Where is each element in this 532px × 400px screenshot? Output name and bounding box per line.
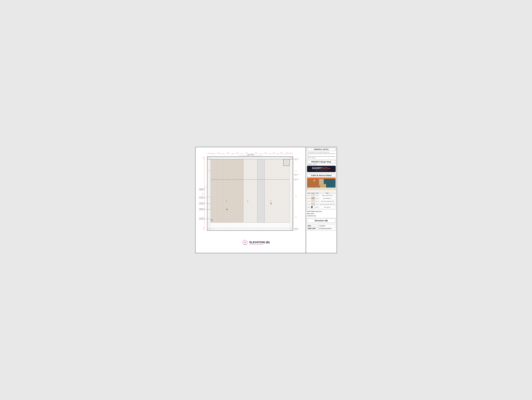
svg-rect-21 [257,159,264,222]
svg-text:.20: .20 [211,229,212,229]
material-row-jp01: JP-01 JP-01 Jotun Paint (1) Early Rain 0… [307,200,336,203]
code2-ct02: CT-02 [315,194,319,197]
code2-wp01: WP-01 [315,197,319,200]
space-area: AREA: 38 M2 [307,213,336,215]
svg-text:FFL: FFL [295,229,297,231]
svg-text:.01: .01 [213,229,214,229]
elevation-svg: LED LIGHT [198,150,303,251]
svg-text:P-GR-EB: P-GR-EB [243,244,247,245]
col-picture: Picture [311,192,315,194]
name-jp01: Jotun Paint (1) Early Rain 0486 [319,200,336,203]
col-code1: Code [307,192,311,194]
swatch-terrazzo [311,194,315,197]
code-jp02: JP-02 [307,203,311,206]
svg-text:.30: .30 [209,170,210,171]
svg-rect-20 [243,159,257,222]
right-panel: GENERAL NOTES 1. All dimensions are in m… [306,147,337,253]
svg-text:.20: .20 [209,229,210,229]
space-info-section: SPACE NAME: Burger Shop AREA: 38 M2 LOCA… [306,210,337,218]
client-label: CLIENT: Mr. Mansour El-Matery [307,174,336,177]
sheet-code-label: SHEET CODE [307,227,318,230]
date-code-table: DATE 17/01/2023 SHEET CODE GF-Burger Sho… [307,225,336,230]
name-ct02: Terrazzo Ceramic Tiles (2) [319,194,336,197]
svg-rect-16 [207,157,210,230]
svg-text:1.00: 1.00 [295,227,297,229]
client-section: CLIENT: Mr. Mansour El-Matery [306,173,337,191]
svg-text:.90: .90 [265,152,266,153]
note-1: 1. All dimensions are in meter unless ot… [307,152,336,153]
swatch-paint-peach [311,203,315,205]
svg-text:.90: .90 [218,152,219,153]
svg-text:1.70: 1.70 [295,170,297,172]
date-label: DATE [307,225,318,227]
note-3: 3. This drawing to read in conjunction w… [307,156,336,159]
svg-text:▸ EL 4.90: ▸ EL 4.90 [294,159,298,159]
svg-rect-22 [264,159,290,222]
code-ws01: WS-01 [307,206,311,209]
code2-ws01: WS-01 [315,206,319,209]
svg-rect-19 [210,159,243,222]
date-row: DATE 17/01/2023 [307,225,336,227]
svg-text:.90: .90 [227,152,228,153]
name-jp02: Jotun Paint (2) Cheerful Peach 1520 [319,203,336,206]
svg-text:WP-01: WP-01 [200,209,203,210]
svg-text:.20: .20 [208,152,209,154]
svg-text:FFL: FFL [295,180,297,181]
svg-rect-25 [283,159,290,166]
svg-rect-15 [207,157,293,159]
svg-text:WS-01: WS-01 [200,189,203,190]
svg-text:4.90: 4.90 [202,193,203,195]
svg-text:1.20: 1.20 [280,152,282,153]
code-ct02: CT-02 [307,194,311,197]
col-name: Name [319,192,336,194]
svg-text:▸ EL 3.70: ▸ EL 3.70 [294,178,298,180]
svg-text:CT-02: CT-02 [200,218,203,219]
code2-jp01: JP-01 [315,200,319,203]
svg-text:1.20: 1.20 [273,152,275,153]
drawing-number-circle: 10 P-GR-EB [242,240,247,246]
svg-text:.90: .90 [246,152,247,153]
svg-rect-132 [307,178,336,179]
svg-point-110 [227,209,227,210]
swatch-brick [311,197,315,199]
svg-text:.90: .90 [255,152,257,153]
svg-point-114 [212,220,212,220]
elevation-drawing-label: ELEVATION (B) [249,241,270,244]
svg-text:.20: .20 [211,152,212,154]
materials-section: Code Picture Code Name CT-02 CT-02 Terra… [306,191,337,210]
project-section: PROJECT: Burger Shop COMPANY/ OFFICE: SH… [306,159,337,173]
general-notes-body: 1. All dimensions are in meter unless ot… [307,152,336,159]
swatch-ct02 [311,194,315,197]
company-logo: SHORTCUTdec JUST CREATION [307,166,336,172]
svg-text:JP-01: JP-01 [200,203,203,204]
materials-table: Code Picture Code Name CT-02 CT-02 Terra… [307,192,336,209]
svg-text:1.00: 1.00 [295,216,297,218]
svg-text:.20: .20 [202,228,204,229]
name-ws01: Wood Strips (1) [319,206,336,209]
material-row-ws01: WS-01 WS-01 Wood Strips (1) [307,206,336,209]
swatch-ws01 [311,206,315,209]
project-title: PROJECT: Burger Shop [307,160,336,164]
swatch-jp02 [311,203,315,206]
code-jp01: JP-01 [307,200,311,203]
date-sheet-section: DATE 17/01/2023 SHEET CODE GF-Burger Sho… [306,224,337,231]
project-render [307,178,336,190]
svg-text:.20: .20 [290,152,291,153]
logo-text: SHORTCUTdec [312,167,330,170]
svg-point-139 [313,180,315,181]
svg-text:3.85: 3.85 [247,200,248,202]
svg-text:FFL: FFL [295,159,297,161]
led-light-label: LED LIGHT [247,154,254,155]
svg-text:.90: .90 [236,152,238,153]
note-2: 2. The drawing shall not be scaled. Only… [307,153,336,156]
material-row-ct02: CT-02 CT-02 Terrazzo Ceramic Tiles (2) [307,194,336,197]
code-row: SHEET CODE GF-Burger Shop-EB-10 [307,227,336,230]
svg-text:FFL: FFL [295,175,297,176]
logo-tagline: JUST CREATION [315,170,328,171]
code-wp01: WP-01 [307,197,311,200]
svg-point-112 [271,203,271,204]
name-wp01: Brick Wallpaper (1) [319,197,336,200]
material-row-jp02: JP-02 JP-02 Jotun Paint (2) Cheerful Pea… [307,203,336,206]
swatch-wood [311,206,315,208]
svg-text:.20: .20 [202,157,204,159]
